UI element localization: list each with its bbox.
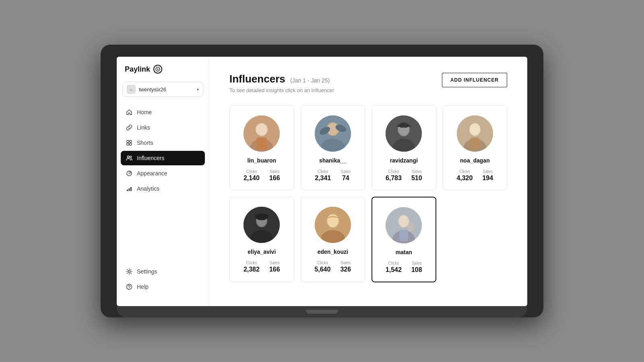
svg-rect-12 [129, 188, 130, 191]
svg-point-8 [130, 156, 132, 158]
sales-stat-noa-dagan: Sales 194 [482, 169, 493, 182]
account-name: twentysix26 [139, 86, 194, 93]
sidebar-item-help[interactable]: Help [121, 280, 205, 294]
svg-rect-3 [127, 140, 129, 142]
sidebar-label-appearance: Appearance [137, 170, 167, 177]
influencer-card-noa-dagan[interactable]: noa_dagan Clicks 4,320 Sales 194 [443, 105, 508, 190]
sidebar-label-influencers: Influencers [137, 155, 164, 161]
analytics-icon [126, 185, 133, 192]
sidebar-item-shorts[interactable]: Shorts [121, 136, 205, 150]
svg-rect-21 [256, 138, 267, 150]
sidebar-label-help: Help [137, 284, 149, 290]
clicks-stat-lin-buaron: Clicks 2,140 [244, 169, 260, 182]
svg-point-16 [129, 288, 130, 289]
svg-point-48 [399, 216, 409, 227]
sidebar-item-links[interactable]: Links [121, 120, 205, 135]
svg-point-20 [256, 124, 267, 135]
settings-icon [126, 268, 133, 275]
influencer-handle-shanika: shanika__ [319, 157, 347, 164]
logo-text: Paylink [125, 65, 150, 74]
influencer-handle-lin-buaron: lin_buaron [247, 157, 276, 164]
svg-rect-13 [130, 187, 132, 191]
page-header: Influencers (Jan 1 - Jan 25) To see deta… [229, 73, 507, 93]
sales-stat-matan: Sales 108 [411, 261, 422, 274]
sales-stat-eliya-avivi: Sales 166 [269, 261, 280, 273]
sidebar-label-shorts: Shorts [137, 140, 153, 146]
sidebar-item-analytics[interactable]: Analytics [121, 181, 205, 196]
influencer-grid: lin_buaron Clicks 2,140 Sales 166 [229, 105, 507, 282]
svg-rect-50 [408, 223, 414, 231]
help-icon [126, 283, 133, 290]
influencer-handle-noa-dagan: noa_dagan [460, 157, 490, 164]
chevron-down-icon: ▾ [197, 87, 199, 92]
laptop-frame: Paylink ts twentysix26 ▾ [101, 45, 543, 317]
influencer-avatar-noa-dagan [457, 115, 493, 152]
influencer-card-shanika[interactable]: shanika__ Clicks 2,341 Sales 74 [301, 105, 365, 190]
influencer-stats-lin-buaron: Clicks 2,140 Sales 166 [244, 169, 280, 182]
influencer-handle-eden-kouzi: eden_kouzi [318, 249, 348, 255]
sidebar-item-appearance[interactable]: Appearance [121, 166, 205, 181]
svg-point-35 [470, 124, 480, 135]
add-influencer-button[interactable]: ADD INFLUENCER [442, 73, 507, 87]
sidebar-label-links: Links [137, 124, 150, 131]
page-title-area: Influencers (Jan 1 - Jan 25) To see deta… [229, 73, 334, 93]
page-title: Influencers [229, 73, 285, 85]
users-icon [126, 154, 133, 162]
sidebar-bottom: Settings Help [117, 260, 209, 298]
clicks-stat-shanika: Clicks 2,341 [315, 169, 331, 182]
influencer-avatar-lin-buaron [244, 115, 280, 152]
influencer-avatar-eliya-avivi [244, 207, 280, 243]
influencer-card-lin-buaron[interactable]: lin_buaron Clicks 2,140 Sales 166 [229, 105, 294, 190]
sidebar-item-settings[interactable]: Settings [121, 264, 205, 279]
influencer-card-ravidzangi[interactable]: ravidzangi Clicks 6,783 Sales 510 [372, 105, 436, 190]
influencer-stats-eliya-avivi: Clicks 2,382 Sales 166 [244, 261, 280, 273]
influencer-card-matan[interactable]: matan Clicks 1,542 Sales 108 [372, 197, 436, 282]
svg-rect-6 [130, 143, 132, 145]
clicks-stat-noa-dagan: Clicks 4,320 [456, 169, 473, 182]
page-date-range: (Jan 1 - Jan 25) [290, 77, 330, 84]
laptop-notch [306, 310, 338, 314]
clicks-stat-eliya-avivi: Clicks 2,382 [244, 261, 260, 273]
influencer-handle-ravidzangi: ravidzangi [390, 157, 418, 164]
account-selector[interactable]: ts twentysix26 ▾ [122, 82, 203, 97]
sidebar-item-home[interactable]: Home [121, 105, 205, 119]
grid-icon [126, 139, 133, 146]
svg-rect-49 [399, 230, 408, 241]
influencer-card-eliya-avivi[interactable]: eliya_avivi Clicks 2,382 Sales 166 [229, 197, 294, 282]
clicks-stat-eden-kouzi: Clicks 5,640 [314, 261, 330, 273]
sales-stat-shanika: Sales 74 [341, 169, 351, 182]
influencer-stats-eden-kouzi: Clicks 5,640 Sales 326 [314, 261, 351, 273]
svg-rect-5 [127, 143, 129, 145]
laptop-base [117, 306, 527, 317]
influencer-handle-eliya-avivi: eliya_avivi [248, 249, 276, 255]
nav-items: Home Links [117, 105, 209, 260]
influencer-avatar-ravidzangi [386, 115, 422, 152]
svg-point-14 [128, 271, 130, 273]
svg-rect-11 [127, 189, 128, 191]
sidebar: Paylink ts twentysix26 ▾ [117, 57, 209, 306]
influencer-stats-shanika: Clicks 2,341 Sales 74 [315, 169, 351, 182]
link-icon [126, 124, 133, 131]
page-description: To see detailed insights click on an inf… [229, 87, 334, 93]
screen: Paylink ts twentysix26 ▾ [117, 57, 527, 306]
influencer-avatar-shanika [315, 115, 351, 152]
svg-rect-36 [471, 138, 479, 149]
influencer-stats-ravidzangi: Clicks 6,783 Sales 510 [386, 169, 422, 182]
sidebar-label-settings: Settings [137, 268, 157, 275]
sales-stat-lin-buaron: Sales 166 [269, 169, 280, 182]
sidebar-item-influencers[interactable]: Influencers [121, 151, 205, 165]
clicks-stat-matan: Clicks 1,542 [386, 261, 402, 274]
svg-point-7 [128, 156, 130, 158]
influencer-stats-noa-dagan: Clicks 4,320 Sales 194 [456, 169, 493, 182]
sales-stat-eden-kouzi: Sales 326 [340, 261, 351, 273]
svg-text:ts: ts [130, 88, 132, 92]
logo-area: Paylink [117, 65, 209, 82]
influencer-card-eden-kouzi[interactable]: eden_kouzi Clicks 5,640 Sales 326 [301, 197, 365, 282]
influencer-avatar-matan [386, 207, 422, 243]
svg-rect-4 [130, 140, 132, 142]
sales-stat-ravidzangi: Sales 510 [411, 169, 422, 182]
main-content: Influencers (Jan 1 - Jan 25) To see deta… [209, 57, 527, 306]
home-icon [126, 109, 133, 116]
sidebar-label-analytics: Analytics [137, 185, 159, 192]
account-avatar: ts [127, 85, 136, 94]
